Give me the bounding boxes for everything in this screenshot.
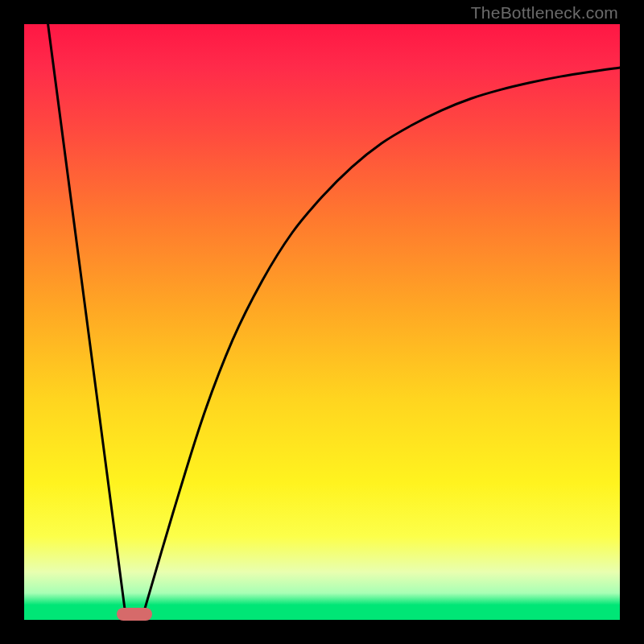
optimal-marker	[117, 608, 152, 621]
chart-frame: TheBottleneck.com	[0, 0, 644, 644]
curve-path	[48, 24, 620, 614]
attribution-text: TheBottleneck.com	[471, 3, 618, 23]
plot-area	[24, 24, 620, 620]
bottleneck-curve	[24, 24, 620, 620]
